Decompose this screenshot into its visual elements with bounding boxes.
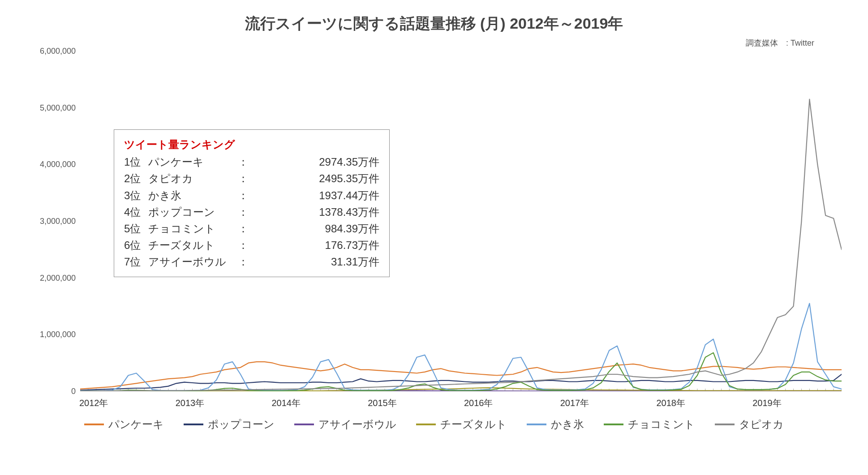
legend-item: アサイーボウル	[294, 417, 396, 432]
series-かき氷	[80, 304, 842, 391]
x-tick: 2018年	[656, 397, 685, 409]
x-tick: 2015年	[368, 397, 397, 409]
legend-item: チーズタルト	[416, 417, 507, 432]
y-tick: 4,000,000	[26, 160, 76, 169]
y-axis: 01,000,0002,000,0003,000,0004,000,0005,0…	[26, 51, 76, 409]
ranking-row: 6位チーズタルト： 176.73万件	[124, 237, 379, 253]
ranking-row: 4位ポップコーン：1378.43万件	[124, 204, 379, 220]
y-tick: 6,000,000	[26, 47, 76, 56]
chart-subtitle: 調査媒体 : Twitter	[18, 38, 850, 48]
x-axis: 2012年2013年2014年2015年2016年2017年2018年2019年	[80, 393, 842, 409]
legend-item: かき氷	[527, 417, 584, 432]
ranking-rows: 1位パンケーキ：2974.35万件2位タピオカ：2495.35万件3位かき氷：1…	[124, 154, 379, 270]
ranking-box: ツイート量ランキング 1位パンケーキ：2974.35万件2位タピオカ：2495.…	[114, 129, 390, 277]
legend-item: チョコミント	[604, 417, 695, 432]
series-パンケーキ	[80, 362, 842, 389]
y-tick: 3,000,000	[26, 217, 76, 226]
ranking-row: 3位かき氷：1937.44万件	[124, 187, 379, 204]
x-tick: 2019年	[752, 397, 782, 409]
y-tick: 0	[26, 387, 76, 396]
series-チョコミント	[80, 353, 842, 391]
x-tick: 2017年	[560, 397, 589, 409]
plot-area: 01,000,0002,000,0003,000,0004,000,0005,0…	[26, 51, 842, 409]
legend-item: パンケーキ	[84, 417, 164, 432]
ranking-row: 1位パンケーキ：2974.35万件	[124, 154, 379, 170]
legend-item: タピオカ	[715, 417, 784, 432]
ranking-title: ツイート量ランキング	[124, 136, 379, 153]
chart-container: 流行スイーツに関する話題量推移 (月) 2012年～2019年 調査媒体 : T…	[0, 0, 868, 475]
y-tick: 1,000,000	[26, 330, 76, 339]
x-tick: 2014年	[271, 397, 301, 409]
ranking-row: 7位アサイーボウル： 31.31万件	[124, 253, 379, 270]
legend-item: ポップコーン	[184, 417, 275, 432]
ranking-row: 5位チョコミント： 984.39万件	[124, 220, 379, 237]
ranking-row: 2位タピオカ：2495.35万件	[124, 170, 379, 187]
legend: パンケーキポップコーンアサイーボウルチーズタルトかき氷チョコミントタピオカ	[18, 417, 850, 432]
x-tick: 2016年	[464, 397, 493, 409]
y-tick: 2,000,000	[26, 273, 76, 282]
chart-title: 流行スイーツに関する話題量推移 (月) 2012年～2019年	[18, 13, 850, 34]
x-tick: 2013年	[176, 397, 205, 409]
y-tick: 5,000,000	[26, 103, 76, 112]
x-tick: 2012年	[79, 397, 108, 409]
